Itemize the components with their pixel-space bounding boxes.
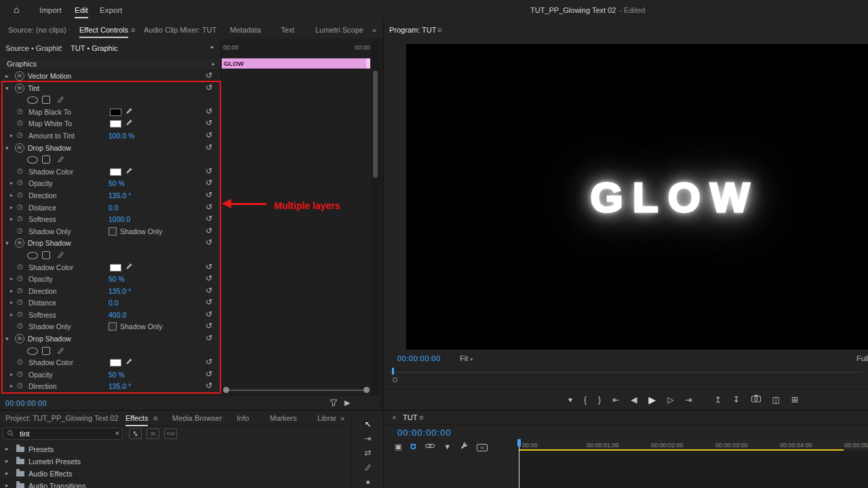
reset-parameter-icon[interactable]: ↺ (205, 214, 212, 223)
chevron-down-icon[interactable]: ▾ (5, 240, 9, 246)
snap-icon[interactable]: Ω (410, 443, 416, 451)
property-value[interactable]: 0.0 (108, 204, 119, 212)
property-value[interactable]: 135.0 ° (108, 287, 131, 295)
32bit-color-filter-icon[interactable]: 32 (146, 428, 159, 439)
ripple-edit-tool-icon[interactable]: ⇄ (364, 449, 371, 457)
work-area-bar[interactable] (519, 449, 844, 451)
chevron-right-icon[interactable]: ▸ (10, 204, 13, 210)
eyedropper-icon[interactable] (125, 167, 133, 176)
tab-overflow-icon[interactable]: » (340, 414, 344, 422)
chevron-right-icon[interactable]: ▸ (5, 445, 9, 452)
stopwatch-icon[interactable]: ◷ (17, 214, 23, 222)
tab-metadata[interactable]: Metadata (230, 26, 261, 34)
play-only-audio-icon[interactable]: ▶ (344, 398, 350, 407)
chevron-right-icon[interactable]: ▸ (5, 457, 9, 464)
stopwatch-icon[interactable]: ◷ (17, 131, 23, 138)
property-value[interactable]: 50 % (108, 179, 125, 187)
property-value[interactable]: 1000.0 (108, 215, 130, 223)
chevron-right-icon[interactable]: ▸ (5, 470, 9, 476)
tab-lumetri-scope[interactable]: Lumetri Scope (315, 26, 363, 34)
tab-libraries[interactable]: Libraries (317, 414, 336, 422)
eyedropper-icon[interactable] (125, 263, 133, 271)
step-forward-icon[interactable]: ▷ (667, 394, 673, 405)
search-field[interactable]: × (3, 428, 123, 440)
program-panel-menu-icon[interactable]: ≡ (437, 26, 441, 34)
rect-mask-icon[interactable] (42, 347, 50, 355)
pen-mask-icon[interactable] (57, 95, 64, 104)
reset-parameter-icon[interactable]: ↺ (205, 333, 212, 343)
color-swatch[interactable] (110, 120, 121, 128)
chevron-right-icon[interactable]: ▸ (10, 132, 13, 138)
clear-search-icon[interactable]: × (115, 429, 119, 437)
zoom-scrollbar[interactable] (226, 390, 365, 391)
go-to-in-icon[interactable]: ⇤ (612, 394, 619, 405)
color-swatch[interactable] (110, 359, 121, 367)
stopwatch-icon[interactable]: ◷ (17, 298, 23, 305)
chevron-right-icon[interactable]: ▸ (10, 288, 13, 294)
eyedropper-icon[interactable] (125, 119, 133, 128)
linked-selection-icon[interactable] (425, 443, 435, 451)
reset-parameter-icon[interactable]: ↺ (205, 107, 212, 116)
chevron-right-icon[interactable]: ▸ (5, 482, 9, 488)
close-panel-icon[interactable]: × (392, 413, 396, 421)
stopwatch-icon[interactable]: ◷ (17, 167, 23, 174)
effect-name-label[interactable]: Vector Motion (28, 72, 71, 80)
tab-program[interactable]: Program: TUT (389, 26, 436, 34)
mark-in-icon[interactable]: { (584, 394, 587, 405)
effect-name-label[interactable]: Drop Shadow (28, 335, 71, 343)
go-to-out-icon[interactable]: ⇥ (685, 394, 692, 405)
nest-icon[interactable]: ▣ (395, 443, 401, 451)
property-value[interactable]: 135.0 ° (108, 382, 131, 390)
tab-audio-clip-mixer[interactable]: Audio Clip Mixer: TUT (144, 26, 216, 34)
stopwatch-icon[interactable]: ◷ (17, 358, 23, 365)
chevron-right-icon[interactable]: ▸ (10, 216, 13, 222)
export-frame-icon[interactable] (751, 394, 761, 405)
reset-parameter-icon[interactable]: ↺ (205, 118, 212, 128)
clip-bar[interactable]: GLOW (222, 58, 370, 69)
checkbox[interactable] (108, 322, 117, 331)
program-playhead[interactable] (392, 368, 394, 375)
playhead-timecode[interactable]: 00:00:00:00 (5, 399, 47, 407)
tab-info[interactable]: Info (237, 414, 249, 422)
reset-parameter-icon[interactable]: ↺ (205, 143, 212, 152)
stopwatch-icon[interactable]: ◷ (17, 119, 23, 126)
stopwatch-icon[interactable]: ◷ (17, 322, 23, 329)
reset-parameter-icon[interactable]: ↺ (205, 297, 212, 307)
effects-panel-menu-icon[interactable]: ≡ (153, 414, 157, 422)
button-editor-icon[interactable]: ⊞ (791, 394, 798, 405)
reset-parameter-icon[interactable]: ↺ (205, 226, 212, 236)
fx-bypass-icon[interactable]: fx (15, 71, 24, 81)
fx-bypass-icon[interactable]: fx (15, 143, 24, 153)
play-button[interactable]: ▶ (648, 394, 656, 405)
scrollbar-thumb[interactable] (373, 71, 378, 178)
ellipse-mask-icon[interactable] (27, 348, 38, 355)
tab-effect-controls[interactable]: Effect Controls (79, 26, 128, 38)
program-video-frame[interactable]: GLOW (406, 44, 868, 350)
timeline-timecode[interactable]: 00:00:00:00 (397, 428, 452, 438)
lift-icon[interactable]: ↥ (714, 394, 721, 405)
pen-mask-icon[interactable] (57, 250, 64, 259)
hand-tool-icon[interactable]: ● (366, 478, 370, 486)
tab-source[interactable]: Source: (no clips) (8, 26, 66, 34)
eyedropper-icon[interactable] (125, 358, 133, 367)
chevron-right-icon[interactable]: ▸ (10, 312, 13, 318)
reset-parameter-icon[interactable]: ↺ (205, 130, 212, 140)
reset-parameter-icon[interactable]: ↺ (205, 357, 212, 367)
property-value[interactable]: 0.0 (108, 299, 119, 307)
property-value[interactable]: 400.0 (108, 311, 126, 319)
property-value[interactable]: 100.0 % (108, 132, 135, 140)
captions-icon[interactable]: cc (477, 442, 488, 451)
pen-mask-icon[interactable] (57, 155, 64, 164)
add-marker-icon[interactable]: ▼ (443, 443, 451, 451)
reset-parameter-icon[interactable]: ↺ (205, 178, 212, 187)
chevron-right-icon[interactable]: ▸ (10, 276, 13, 282)
chevron-down-icon[interactable]: ▾ (5, 85, 9, 92)
reset-parameter-icon[interactable]: ↺ (205, 166, 212, 176)
property-value[interactable]: 50 % (108, 371, 125, 379)
selection-tool-icon[interactable]: ↖ (364, 420, 371, 428)
zoom-handle-right[interactable] (363, 387, 370, 393)
rect-mask-icon[interactable] (42, 155, 50, 164)
property-value[interactable]: 135.0 ° (108, 191, 131, 200)
program-scrub-bar[interactable] (389, 372, 863, 373)
property-value[interactable]: 50 % (108, 275, 125, 283)
